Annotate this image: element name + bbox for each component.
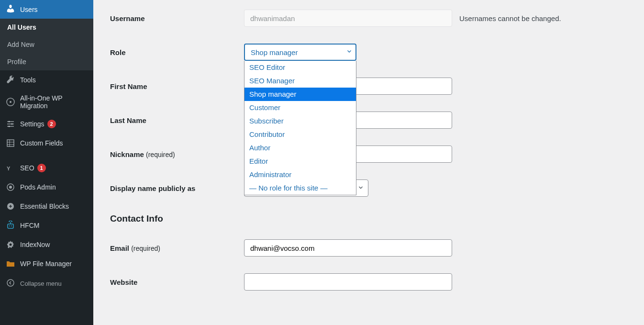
sidebar-item-tools[interactable]: Tools	[0, 70, 93, 90]
row-role: Role Shop manager SEO Editor SEO Manager…	[110, 44, 634, 61]
sidebar-item-pods[interactable]: Pods Admin	[0, 178, 93, 197]
label-email: Email (required)	[110, 244, 244, 252]
svg-point-1	[10, 101, 11, 103]
role-option-editor[interactable]: Editor	[244, 155, 356, 168]
svg-point-11	[9, 225, 10, 226]
svg-point-4	[9, 126, 10, 127]
sidebar-item-migration[interactable]: All-in-One WP Migration	[0, 90, 93, 114]
sidebar-label: IndexNow	[20, 241, 50, 248]
label-username: Username	[110, 14, 244, 22]
svg-point-13	[10, 244, 12, 246]
role-option-shop-manager[interactable]: Shop manager	[244, 88, 356, 101]
hint-username: Usernames cannot be changed.	[459, 14, 561, 22]
user-icon	[6, 4, 15, 15]
sidebar-label: SEO	[20, 164, 34, 172]
row-nickname: Nickname (required)	[110, 146, 634, 163]
row-display-name: Display name publicly as Dhwani Madan	[110, 179, 634, 197]
gear-icon	[6, 240, 15, 249]
sidebar-item-custom-fields[interactable]: Custom Fields	[0, 134, 93, 153]
sidebar-item-blocks[interactable]: Essential Blocks	[0, 197, 93, 216]
input-website[interactable]	[244, 273, 452, 291]
role-option-seo-editor[interactable]: SEO Editor	[244, 61, 356, 74]
sidebar-label: WP File Manager	[20, 260, 72, 268]
sidebar-label: Custom Fields	[20, 139, 63, 147]
role-selected-text: Shop manager	[251, 48, 298, 56]
role-option-customer[interactable]: Customer	[244, 101, 356, 114]
label-website: Website	[110, 278, 244, 286]
robot-icon	[6, 221, 15, 230]
admin-sidebar: Users All Users Add New Profile Tools Al…	[0, 0, 93, 325]
sidebar-item-indexnow[interactable]: IndexNow	[0, 235, 93, 254]
row-first-name: First Name	[110, 78, 634, 95]
label-role: Role	[110, 48, 244, 56]
heading-contact-info: Contact Info	[110, 213, 634, 224]
row-last-name: Last Name	[110, 112, 634, 129]
sidebar-label: Pods Admin	[20, 183, 56, 191]
row-email: Email (required)	[110, 239, 634, 257]
svg-rect-10	[8, 224, 13, 228]
role-option-admin[interactable]: Administrator	[244, 168, 356, 181]
settings-badge: 2	[47, 120, 56, 128]
label-display-name: Display name publicly as	[110, 184, 244, 192]
sidebar-label: Users	[20, 6, 38, 13]
collapse-label: Collapse menu	[20, 280, 62, 287]
svg-rect-5	[7, 140, 14, 146]
blocks-icon	[6, 202, 15, 211]
submenu-add-new[interactable]: Add New	[0, 36, 93, 53]
role-option-seo-manager[interactable]: SEO Manager	[244, 74, 356, 88]
svg-point-8	[9, 186, 12, 189]
folder-icon	[6, 259, 15, 269]
sidebar-label: Essential Blocks	[20, 202, 69, 210]
svg-point-3	[11, 123, 13, 125]
sidebar-collapse[interactable]: Collapse menu	[0, 273, 93, 294]
seo-badge: 1	[37, 164, 46, 172]
migration-icon	[6, 97, 15, 107]
row-website: Website	[110, 273, 634, 291]
chevron-down-icon	[346, 48, 353, 56]
sidebar-item-seo[interactable]: Y SEO 1	[0, 158, 93, 178]
sidebar-item-users[interactable]: Users	[0, 0, 93, 19]
sidebar-label: All-in-One WP Migration	[20, 94, 88, 110]
submenu-profile[interactable]: Profile	[0, 53, 93, 70]
sidebar-label: HFCM	[20, 222, 39, 229]
sidebar-label: Settings	[20, 120, 44, 128]
label-first-name: First Name	[110, 82, 244, 90]
collapse-icon	[6, 278, 15, 289]
sidebar-submenu: All Users Add New Profile	[0, 19, 93, 70]
main-content: Username Usernames cannot be changed. Ro…	[93, 0, 644, 325]
sidebar-item-filemgr[interactable]: WP File Manager	[0, 254, 93, 273]
role-option-contributor[interactable]: Contributor	[244, 128, 356, 141]
svg-point-12	[11, 225, 12, 226]
sidebar-label: Tools	[20, 76, 36, 84]
label-nickname: Nickname (required)	[110, 150, 244, 158]
input-username	[244, 10, 452, 27]
role-option-author[interactable]: Author	[244, 141, 356, 155]
pods-icon	[6, 182, 15, 192]
svg-point-14	[7, 280, 14, 286]
seo-icon: Y	[6, 163, 15, 173]
submenu-all-users[interactable]: All Users	[0, 19, 93, 36]
sliders-icon	[6, 119, 15, 129]
input-email[interactable]	[244, 239, 452, 257]
svg-text:Y: Y	[7, 166, 11, 171]
label-last-name: Last Name	[110, 116, 244, 124]
row-username: Username Usernames cannot be changed.	[110, 10, 634, 27]
select-role[interactable]: Shop manager	[244, 44, 356, 61]
sidebar-item-hfcm[interactable]: HFCM	[0, 216, 93, 235]
role-option-subscriber[interactable]: Subscriber	[244, 114, 356, 128]
role-dropdown: SEO Editor SEO Manager Shop manager Cust…	[244, 61, 356, 195]
wrench-icon	[6, 75, 15, 85]
role-option-none[interactable]: — No role for this site —	[244, 181, 356, 195]
chevron-down-icon	[357, 184, 364, 192]
grid-icon	[6, 138, 15, 148]
sidebar-item-settings[interactable]: Settings 2	[0, 114, 93, 134]
svg-point-2	[9, 121, 10, 123]
